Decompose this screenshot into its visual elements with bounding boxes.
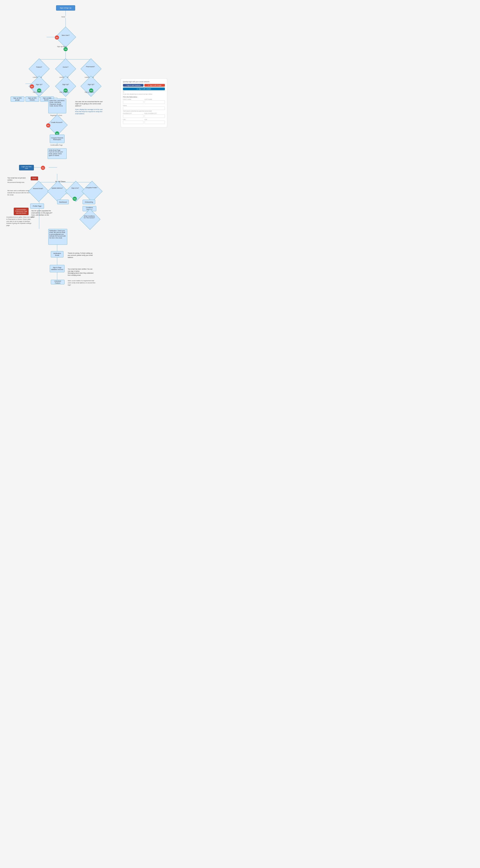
rp-divider: or [123, 91, 165, 93]
new-user-label: New User? [59, 34, 72, 36]
rp-cpf-field: CPF [123, 119, 143, 124]
rp-email-row: EMAIL You'll need to verify that you gav… [123, 105, 165, 112]
rp-non-pharmacist-field: NON PHARMACIST [144, 113, 165, 118]
confirmation-label: Confirmation Page [50, 144, 63, 146]
resend-email-diamond [28, 181, 49, 202]
rp-first-name-label: FIRST NAME [123, 99, 143, 100]
registration-form-box: Enter First, Last Name, Email, Username,… [48, 98, 66, 113]
patient-signup-btn: Sign up button [33, 91, 42, 93]
email-not-verified-note: Your email has not yet been verified. [7, 177, 29, 181]
doctor-label: Doctor? [59, 66, 72, 68]
skip-go-label: Skip & Go? [69, 187, 81, 189]
doctor-signup-btn: Sign up button [59, 91, 69, 93]
fb-icon: f [126, 85, 126, 86]
rp-email-label: EMAIL [123, 105, 165, 106]
verification-email-text: Thanks for joining. To finish setting up… [68, 252, 95, 258]
rp-first-name-field: FIRST NAME [123, 99, 143, 104]
complete-profile-label: Complete Profile? [85, 187, 98, 189]
patient-signup-no: No [30, 84, 34, 89]
skip-go-yes: Yes [73, 197, 77, 201]
rp-last-name-input[interactable] [144, 100, 165, 104]
rp-title: Quickly login with your social network: [123, 81, 165, 83]
rp-caf-label: CAF [144, 119, 165, 120]
resend-email-label: Resend Email? [32, 188, 44, 189]
rp-subtext: A user who already has an account can lo… [123, 93, 165, 95]
right-registration-panel: Quickly login with your social network: … [121, 79, 167, 127]
comm-pref-note: Considered as an option. Does not exist … [6, 216, 34, 226]
rp-non-pharmacist-label: NON PHARMACIST [144, 113, 165, 114]
rp-pharmacist-row: PHARMACIST NON PHARMACIST [123, 113, 165, 118]
rp-last-name-field: LAST NAME [144, 99, 165, 104]
what-conditions-diamond [79, 209, 101, 230]
start-node: Sign in/Sign Up [56, 5, 75, 10]
rp-email-input[interactable] [123, 106, 165, 110]
rp-last-name-label: LAST NAME [144, 99, 165, 100]
comm-pref-box[interactable]: Communication Preferences Page Add Edit … [14, 208, 29, 215]
dashboard-box: Dashboard [57, 199, 69, 204]
login-2nd-no: No [41, 166, 45, 170]
update-address-label: Update Address? [51, 187, 64, 189]
verify-email-box: Verify Email Page If you do not see your… [47, 148, 67, 159]
has-system-populated-note: Has the system populated the email addre… [31, 210, 53, 218]
signup-linkedin-btn[interactable]: Sign up With linkedin [25, 96, 39, 102]
rp-social-buttons: f Sign in with Facebook G Sign in with G… [123, 84, 165, 87]
home-label: Home [61, 16, 65, 18]
error-badge: Error! [31, 177, 38, 180]
rp-pharmacist-input[interactable] [123, 115, 143, 118]
rp-cpf-input[interactable] [123, 121, 143, 124]
google-icon: G [148, 85, 149, 86]
pharmacist-label: Pharmacist? [84, 66, 97, 68]
onboarding-box: Onboarding [82, 199, 95, 204]
rp-google-btn[interactable]: G Sign in with Google [144, 84, 165, 87]
patient-signup-label: Sign Up? [33, 84, 45, 85]
friendly-tone-note: Recommend friendly tone. [7, 181, 25, 184]
rp-facebook-btn[interactable]: f Sign in with Facebook [123, 84, 143, 87]
rp-first-name-input[interactable] [123, 100, 143, 104]
email-note: If yes, display this message to let the … [75, 108, 105, 115]
connector-lines [0, 0, 169, 307]
rp-fill-label: Fill in the fields below: [123, 96, 165, 98]
profile-page-box: Profile Page [30, 204, 44, 209]
signup-google-btn[interactable]: Sign up With google [10, 96, 24, 102]
flowchart: Sign in/Sign Up Home New User? No Sign u… [0, 0, 169, 8]
create-account-no: No [46, 123, 50, 128]
linkedin-icon: in [137, 88, 138, 90]
rp-linkedin-btn[interactable]: in Sign in with LinkedIn [123, 88, 165, 90]
complete-profile-diamond [82, 181, 103, 202]
rp-verify-hint: You'll need to verify that you gave the … [123, 111, 165, 112]
doctor-signup-label: Sign Up? [59, 84, 72, 85]
patient-label: Patient? [33, 66, 45, 68]
rp-non-pharmacist-input[interactable] [144, 115, 165, 118]
unlocked-feature-box: Unlocked Feature [51, 280, 65, 284]
rp-cpf-caf-row: CPF CAF [123, 119, 165, 124]
rp-cpf-label: CPF [123, 119, 143, 120]
unlocked-note: Note: a.com makes it a requirement that … [68, 280, 97, 286]
pharmacist-signup-diamond [81, 76, 102, 97]
verification-email-box: Verification Email [51, 251, 64, 257]
new-user-yes: Yes [64, 47, 68, 51]
sign-in-success-text: Your email has been verified. You can no… [68, 266, 95, 276]
rp-pharmacist-field: PHARMACIST [123, 113, 143, 118]
email-concern-note: Use case: Are we concerned that the user… [75, 101, 105, 107]
pharmacist-signup-label: Sign Up? [84, 84, 97, 85]
rp-caf-input[interactable] [144, 121, 165, 124]
create-account-label: Create Account? [50, 121, 63, 123]
congrats-box: Congrats Rewards Redemption [50, 134, 65, 143]
rp-caf-field: CAF [144, 119, 165, 124]
doctor-signup-diamond [55, 76, 76, 97]
rp-pharmacist-label: PHARMACIST [123, 113, 143, 114]
new-user-no: No [55, 35, 59, 40]
login-2nd-btn[interactable]: Login 2nd Time User [19, 165, 34, 170]
sign-in-success-box: Sign In Page validation Success [50, 265, 65, 272]
what-conditions-label: What Conditions On This Screen? [83, 215, 96, 219]
rp-email-field: EMAIL You'll need to verify that you gav… [123, 105, 165, 112]
rp-name-row: FIRST NAME LAST NAME [123, 99, 165, 104]
notification-box: Notification: Check your email. We sent … [48, 229, 67, 245]
pharmacist-signup-btn: Sign up button [84, 91, 94, 93]
